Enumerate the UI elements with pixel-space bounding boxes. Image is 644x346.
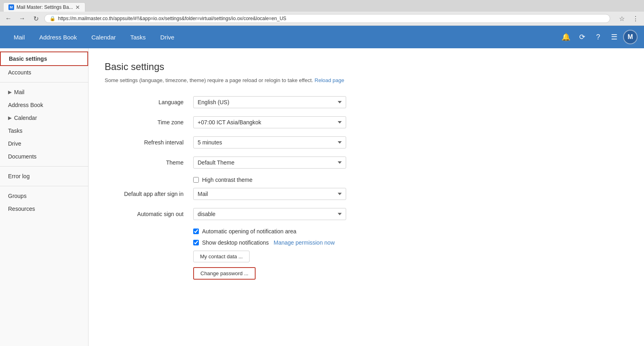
sidebar-item-documents[interactable]: Documents	[0, 150, 88, 163]
my-contact-data-button[interactable]: My contact data ...	[193, 251, 250, 262]
timezone-row: Time zone +07:00 ICT Asia/Bangkok +00:00…	[105, 116, 628, 128]
language-select[interactable]: English (US) Thai French German	[193, 96, 346, 108]
page-title: Basic settings	[105, 61, 628, 72]
auto-notification-row: Automatic opening of notification area	[193, 228, 628, 235]
auto-signout-row: Automatic sign out disable 5 minutes 10 …	[105, 208, 628, 220]
auto-signout-control: disable 5 minutes 10 minutes 15 minutes …	[193, 208, 346, 220]
address-url: https://m.mailmaster.co.th/appsuite/#!!&…	[58, 16, 605, 21]
bookmark-button[interactable]: ☆	[617, 13, 627, 24]
default-app-select[interactable]: Mail Calendar Drive Address Book	[193, 188, 346, 200]
sidebar-item-error-log-label: Error log	[8, 173, 30, 179]
sidebar-item-address-book[interactable]: Address Book	[0, 99, 88, 111]
refresh-select[interactable]: 5 minutes 10 minutes 15 minutes 30 minut…	[193, 136, 346, 148]
theme-select[interactable]: Default Theme Dark Theme	[193, 157, 346, 169]
auto-signout-label: Automatic sign out	[105, 211, 193, 217]
default-app-label: Default app after sign in	[105, 191, 193, 197]
tab-bar: M Mail Master: Settings Ba... ✕	[0, 0, 644, 12]
mail-expand-icon: ▶	[8, 89, 12, 95]
sidebar-item-address-book-label: Address Book	[8, 102, 43, 108]
language-label: Language	[105, 99, 193, 105]
nav-mail[interactable]: Mail	[6, 27, 32, 47]
app-header: Mail Address Book Calendar Tasks Drive 🔔…	[0, 26, 644, 48]
nav-tasks[interactable]: Tasks	[123, 27, 153, 47]
timezone-label: Time zone	[105, 119, 193, 126]
language-control: English (US) Thai French German	[193, 96, 346, 108]
default-app-row: Default app after sign in Mail Calendar …	[105, 188, 628, 200]
sidebar-item-error-log[interactable]: Error log	[0, 170, 88, 183]
sidebar-item-groups[interactable]: Groups	[0, 189, 88, 202]
sidebar-item-accounts[interactable]: Accounts	[0, 66, 88, 79]
page-description: Some settings (language, timezone, theme…	[105, 77, 628, 83]
lock-icon: 🔒	[50, 16, 56, 21]
default-app-control: Mail Calendar Drive Address Book	[193, 188, 346, 200]
reload-button[interactable]: ↻	[31, 13, 41, 24]
sidebar-item-calendar[interactable]: ▶ Calendar	[0, 111, 88, 124]
theme-label: Theme	[105, 159, 193, 166]
content-area: Basic settings Some settings (language, …	[89, 48, 644, 346]
sidebar-item-drive[interactable]: Drive	[0, 137, 88, 150]
browser-chrome: M Mail Master: Settings Ba... ✕ ← → ↻ 🔒 …	[0, 0, 644, 26]
sidebar-item-accounts-label: Accounts	[8, 69, 31, 76]
refresh-control: 5 minutes 10 minutes 15 minutes 30 minut…	[193, 136, 346, 148]
auto-signout-select[interactable]: disable 5 minutes 10 minutes 15 minutes …	[193, 208, 346, 220]
sidebar-item-resources[interactable]: Resources	[0, 202, 88, 215]
sidebar-divider-2	[0, 166, 88, 167]
theme-control: Default Theme Dark Theme	[193, 157, 346, 169]
extensions-button[interactable]: ⋮	[630, 13, 641, 24]
high-contrast-row: High contrast theme	[193, 177, 628, 183]
nav-drive[interactable]: Drive	[153, 27, 182, 47]
desktop-notifications-row: Show desktop notifications Manage permis…	[193, 239, 628, 246]
button-row-1: My contact data ...	[193, 251, 628, 262]
help-button[interactable]: ?	[591, 30, 605, 44]
app-body: Basic settings Accounts ▶ Mail Address B…	[0, 48, 644, 346]
sidebar-item-tasks[interactable]: Tasks	[0, 124, 88, 137]
sidebar-item-tasks-label: Tasks	[8, 128, 23, 134]
sidebar-item-mail-label: Mail	[14, 89, 25, 95]
sidebar-item-documents-label: Documents	[8, 153, 37, 160]
nav-address-book[interactable]: Address Book	[32, 27, 84, 47]
sidebar-item-basic-settings[interactable]: Basic settings	[0, 51, 88, 66]
tab-title: Mail Master: Settings Ba...	[17, 4, 73, 10]
change-password-button[interactable]: Change password ...	[193, 267, 256, 280]
browser-actions: ☆ ⋮	[617, 13, 641, 24]
sidebar-divider-1	[0, 82, 88, 82]
high-contrast-checkbox[interactable]	[193, 177, 199, 183]
menu-button[interactable]: ☰	[607, 30, 621, 44]
nav-calendar[interactable]: Calendar	[84, 27, 123, 47]
refresh-label: Refresh interval	[105, 139, 193, 146]
sidebar-item-calendar-label: Calendar	[14, 115, 37, 121]
reload-page-link[interactable]: Reload page	[315, 77, 345, 83]
header-actions: 🔔 ⟳ ? ☰ M	[559, 30, 638, 44]
sidebar-item-mail[interactable]: ▶ Mail	[0, 86, 88, 99]
refresh-button[interactable]: ⟳	[575, 30, 589, 44]
address-bar[interactable]: 🔒 https://m.mailmaster.co.th/appsuite/#!…	[44, 14, 610, 23]
app-nav: Mail Address Book Calendar Tasks Drive	[6, 27, 559, 47]
sidebar-divider-3	[0, 186, 88, 186]
back-button[interactable]: ←	[3, 13, 14, 24]
manage-permission-link[interactable]: Manage permission now	[274, 239, 335, 246]
sidebar: Basic settings Accounts ▶ Mail Address B…	[0, 48, 89, 346]
forward-button[interactable]: →	[17, 13, 27, 24]
description-text: Some settings (language, timezone, theme…	[105, 77, 313, 83]
sidebar-item-drive-label: Drive	[8, 140, 21, 147]
auto-notification-checkbox[interactable]	[193, 229, 199, 234]
timezone-select[interactable]: +07:00 ICT Asia/Bangkok +00:00 UTC	[193, 116, 346, 128]
auto-notification-label[interactable]: Automatic opening of notification area	[202, 228, 296, 235]
avatar[interactable]: M	[623, 30, 638, 44]
sidebar-item-basic-settings-label: Basic settings	[9, 56, 47, 62]
desktop-notifications-label[interactable]: Show desktop notifications	[202, 239, 269, 246]
calendar-expand-icon: ▶	[8, 115, 12, 121]
theme-row: Theme Default Theme Dark Theme	[105, 157, 628, 169]
refresh-row: Refresh interval 5 minutes 10 minutes 15…	[105, 136, 628, 148]
timezone-control: +07:00 ICT Asia/Bangkok +00:00 UTC	[193, 116, 346, 128]
browser-tab[interactable]: M Mail Master: Settings Ba... ✕	[3, 2, 85, 12]
tab-close-icon[interactable]: ✕	[75, 4, 80, 10]
tab-favicon: M	[8, 4, 14, 10]
sidebar-item-resources-label: Resources	[8, 206, 35, 212]
high-contrast-label[interactable]: High contrast theme	[202, 177, 252, 183]
button-row-2: Change password ...	[193, 267, 628, 280]
language-row: Language English (US) Thai French German	[105, 96, 628, 108]
notifications-button[interactable]: 🔔	[559, 30, 573, 44]
desktop-notifications-checkbox[interactable]	[193, 240, 199, 245]
browser-controls: ← → ↻ 🔒 https://m.mailmaster.co.th/appsu…	[0, 12, 644, 25]
